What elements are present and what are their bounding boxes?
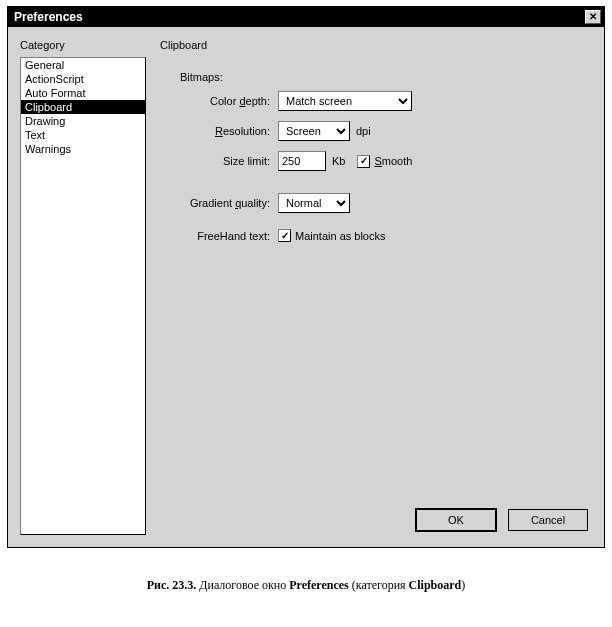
ok-button[interactable]: OK [416, 509, 496, 531]
freehand-checkbox[interactable]: ✓ [278, 229, 291, 242]
figure-caption: Рис. 23.3. Диалоговое окно Preferences (… [6, 578, 606, 593]
button-row: OK Cancel [160, 501, 592, 535]
size-limit-row: Size limit: Kb ✓ Smooth [160, 151, 592, 171]
close-icon[interactable]: ✕ [585, 10, 601, 24]
freehand-label: FreeHand text: [160, 230, 278, 242]
category-heading: Category [20, 39, 146, 51]
gradient-label: Gradient quality: [160, 197, 278, 209]
gradient-select[interactable]: Normal [278, 193, 350, 213]
cancel-button[interactable]: Cancel [508, 509, 588, 531]
size-limit-label: Size limit: [160, 155, 278, 167]
category-item-warnings[interactable]: Warnings [21, 142, 145, 156]
resolution-row: Resolution: Screen dpi [160, 121, 592, 141]
color-depth-row: Color depth: Match screen [160, 91, 592, 111]
category-item-drawing[interactable]: Drawing [21, 114, 145, 128]
preferences-window: Preferences ✕ Category General ActionScr… [7, 6, 605, 548]
freehand-cb-label: Maintain as blocks [295, 230, 386, 242]
color-depth-label: Color depth: [160, 95, 278, 107]
smooth-checkbox[interactable]: ✓ [357, 155, 370, 168]
freehand-row: FreeHand text: ✓ Maintain as blocks [160, 229, 592, 242]
resolution-unit: dpi [356, 125, 371, 137]
settings-panel: Clipboard Bitmaps: Color depth: Match sc… [160, 39, 592, 535]
panel-heading: Clipboard [160, 39, 592, 51]
resolution-label: Resolution: [160, 125, 278, 137]
window-title: Preferences [14, 10, 83, 24]
category-column: Category General ActionScript Auto Forma… [20, 39, 146, 535]
color-depth-select[interactable]: Match screen [278, 91, 412, 111]
bitmaps-group-label: Bitmaps: [180, 71, 592, 83]
gradient-row: Gradient quality: Normal [160, 193, 592, 213]
category-item-actionscript[interactable]: ActionScript [21, 72, 145, 86]
smooth-label: Smooth [374, 155, 412, 167]
size-limit-unit: Kb [332, 155, 345, 167]
category-list[interactable]: General ActionScript Auto Format Clipboa… [20, 57, 146, 535]
titlebar: Preferences ✕ [8, 7, 604, 27]
category-item-general[interactable]: General [21, 58, 145, 72]
category-item-text[interactable]: Text [21, 128, 145, 142]
category-item-clipboard[interactable]: Clipboard [21, 100, 145, 114]
resolution-select[interactable]: Screen [278, 121, 350, 141]
category-item-auto-format[interactable]: Auto Format [21, 86, 145, 100]
size-limit-input[interactable] [278, 151, 326, 171]
content-area: Category General ActionScript Auto Forma… [8, 27, 604, 547]
